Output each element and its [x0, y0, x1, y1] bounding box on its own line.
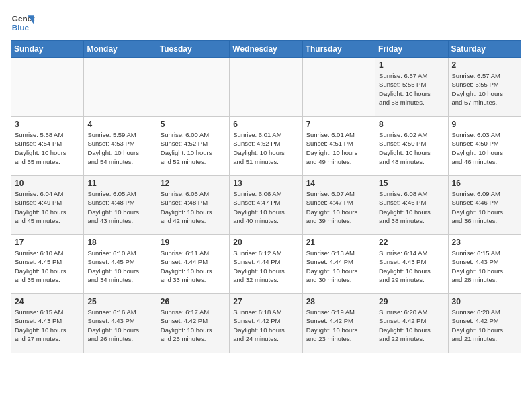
day-cell: 27Sunrise: 6:18 AM Sunset: 4:42 PM Dayli… [230, 294, 302, 353]
day-cell [157, 58, 229, 117]
day-number: 24 [15, 297, 80, 306]
day-info: Sunrise: 6:20 AM Sunset: 4:42 PM Dayligh… [379, 308, 444, 343]
week-row-4: 17Sunrise: 6:10 AM Sunset: 4:45 PM Dayli… [11, 235, 521, 294]
day-cell: 18Sunrise: 6:10 AM Sunset: 4:45 PM Dayli… [84, 235, 157, 294]
day-info: Sunrise: 6:10 AM Sunset: 4:45 PM Dayligh… [15, 248, 80, 284]
day-info: Sunrise: 6:18 AM Sunset: 4:42 PM Dayligh… [233, 308, 298, 343]
day-info: Sunrise: 6:02 AM Sunset: 4:50 PM Dayligh… [379, 130, 444, 166]
day-info: Sunrise: 6:05 AM Sunset: 4:48 PM Dayligh… [87, 189, 152, 225]
week-row-1: 1Sunrise: 6:57 AM Sunset: 5:55 PM Daylig… [11, 58, 521, 117]
day-cell: 3Sunrise: 5:58 AM Sunset: 4:54 PM Daylig… [11, 117, 84, 176]
day-cell: 17Sunrise: 6:10 AM Sunset: 4:45 PM Dayli… [11, 235, 84, 294]
day-cell: 24Sunrise: 6:15 AM Sunset: 4:43 PM Dayli… [11, 294, 84, 353]
day-info: Sunrise: 6:15 AM Sunset: 4:43 PM Dayligh… [452, 248, 517, 284]
day-cell [230, 58, 302, 117]
day-cell: 2Sunrise: 6:57 AM Sunset: 5:55 PM Daylig… [448, 58, 521, 117]
day-info: Sunrise: 6:06 AM Sunset: 4:47 PM Dayligh… [233, 189, 298, 225]
day-cell: 16Sunrise: 6:09 AM Sunset: 4:46 PM Dayli… [448, 176, 521, 235]
day-info: Sunrise: 6:13 AM Sunset: 4:44 PM Dayligh… [306, 248, 371, 284]
day-number: 10 [15, 179, 80, 188]
day-number: 30 [452, 297, 517, 306]
day-info: Sunrise: 6:04 AM Sunset: 4:49 PM Dayligh… [15, 189, 80, 225]
day-number: 23 [452, 238, 517, 247]
day-cell: 10Sunrise: 6:04 AM Sunset: 4:49 PM Dayli… [11, 176, 84, 235]
page-header: General Blue [11, 11, 521, 35]
day-number: 11 [87, 179, 152, 188]
day-cell [11, 58, 84, 117]
day-cell: 7Sunrise: 6:01 AM Sunset: 4:51 PM Daylig… [302, 117, 375, 176]
day-number: 6 [233, 120, 298, 129]
day-number: 29 [379, 297, 444, 306]
day-cell: 23Sunrise: 6:15 AM Sunset: 4:43 PM Dayli… [448, 235, 521, 294]
day-info: Sunrise: 5:58 AM Sunset: 4:54 PM Dayligh… [15, 130, 80, 166]
day-cell [302, 58, 375, 117]
day-info: Sunrise: 6:12 AM Sunset: 4:44 PM Dayligh… [233, 248, 298, 284]
weekday-header-thursday: Thursday [302, 41, 375, 58]
day-number: 2 [452, 60, 517, 70]
day-info: Sunrise: 6:15 AM Sunset: 4:43 PM Dayligh… [15, 308, 80, 343]
day-number: 9 [452, 120, 517, 129]
week-row-3: 10Sunrise: 6:04 AM Sunset: 4:49 PM Dayli… [11, 176, 521, 235]
day-info: Sunrise: 6:01 AM Sunset: 4:51 PM Dayligh… [306, 130, 371, 166]
day-number: 7 [306, 120, 371, 129]
day-cell: 26Sunrise: 6:17 AM Sunset: 4:42 PM Dayli… [157, 294, 229, 353]
week-row-2: 3Sunrise: 5:58 AM Sunset: 4:54 PM Daylig… [11, 117, 521, 176]
day-cell: 9Sunrise: 6:03 AM Sunset: 4:50 PM Daylig… [448, 117, 521, 176]
day-cell: 6Sunrise: 6:01 AM Sunset: 4:52 PM Daylig… [230, 117, 302, 176]
weekday-header-monday: Monday [84, 41, 157, 58]
day-number: 17 [15, 238, 80, 247]
day-cell: 15Sunrise: 6:08 AM Sunset: 4:46 PM Dayli… [375, 176, 448, 235]
weekday-header-friday: Friday [375, 41, 448, 58]
day-cell: 21Sunrise: 6:13 AM Sunset: 4:44 PM Dayli… [302, 235, 375, 294]
day-number: 28 [306, 297, 371, 306]
day-info: Sunrise: 6:05 AM Sunset: 4:48 PM Dayligh… [161, 189, 226, 225]
weekday-header-wednesday: Wednesday [230, 41, 302, 58]
day-cell: 25Sunrise: 6:16 AM Sunset: 4:43 PM Dayli… [84, 294, 157, 353]
day-number: 19 [161, 238, 226, 247]
day-number: 4 [87, 120, 152, 129]
day-cell [84, 58, 157, 117]
day-cell: 30Sunrise: 6:20 AM Sunset: 4:42 PM Dayli… [448, 294, 521, 353]
day-cell: 1Sunrise: 6:57 AM Sunset: 5:55 PM Daylig… [375, 58, 448, 117]
day-info: Sunrise: 6:17 AM Sunset: 4:42 PM Dayligh… [161, 308, 226, 343]
day-info: Sunrise: 6:57 AM Sunset: 5:55 PM Dayligh… [379, 71, 444, 107]
day-info: Sunrise: 6:16 AM Sunset: 4:43 PM Dayligh… [87, 308, 152, 343]
day-number: 20 [233, 238, 298, 247]
day-number: 13 [233, 179, 298, 188]
day-info: Sunrise: 6:00 AM Sunset: 4:52 PM Dayligh… [161, 130, 226, 166]
day-cell: 11Sunrise: 6:05 AM Sunset: 4:48 PM Dayli… [84, 176, 157, 235]
day-cell: 22Sunrise: 6:14 AM Sunset: 4:43 PM Dayli… [375, 235, 448, 294]
day-number: 8 [379, 120, 444, 129]
day-cell: 4Sunrise: 5:59 AM Sunset: 4:53 PM Daylig… [84, 117, 157, 176]
day-number: 3 [15, 120, 80, 129]
day-info: Sunrise: 6:19 AM Sunset: 4:42 PM Dayligh… [306, 308, 371, 343]
logo: General Blue [11, 11, 35, 35]
day-number: 25 [87, 297, 152, 306]
day-number: 1 [379, 60, 444, 70]
day-number: 5 [161, 120, 226, 129]
day-info: Sunrise: 6:03 AM Sunset: 4:50 PM Dayligh… [452, 130, 517, 166]
day-number: 15 [379, 179, 444, 188]
day-info: Sunrise: 6:01 AM Sunset: 4:52 PM Dayligh… [233, 130, 298, 166]
week-row-5: 24Sunrise: 6:15 AM Sunset: 4:43 PM Dayli… [11, 294, 521, 353]
day-info: Sunrise: 6:11 AM Sunset: 4:44 PM Dayligh… [161, 248, 226, 284]
day-cell: 28Sunrise: 6:19 AM Sunset: 4:42 PM Dayli… [302, 294, 375, 353]
day-number: 22 [379, 238, 444, 247]
day-info: Sunrise: 5:59 AM Sunset: 4:53 PM Dayligh… [87, 130, 152, 166]
weekday-header-row: SundayMondayTuesdayWednesdayThursdayFrid… [11, 41, 521, 58]
day-cell: 14Sunrise: 6:07 AM Sunset: 4:47 PM Dayli… [302, 176, 375, 235]
day-number: 16 [452, 179, 517, 188]
svg-text:Blue: Blue [12, 23, 30, 32]
calendar-table: SundayMondayTuesdayWednesdayThursdayFrid… [11, 40, 521, 353]
day-info: Sunrise: 6:07 AM Sunset: 4:47 PM Dayligh… [306, 189, 371, 225]
day-info: Sunrise: 6:57 AM Sunset: 5:55 PM Dayligh… [452, 71, 517, 107]
day-number: 12 [161, 179, 226, 188]
day-info: Sunrise: 6:14 AM Sunset: 4:43 PM Dayligh… [379, 248, 444, 284]
day-info: Sunrise: 6:09 AM Sunset: 4:46 PM Dayligh… [452, 189, 517, 225]
weekday-header-sunday: Sunday [11, 41, 84, 58]
day-cell: 20Sunrise: 6:12 AM Sunset: 4:44 PM Dayli… [230, 235, 302, 294]
day-info: Sunrise: 6:10 AM Sunset: 4:45 PM Dayligh… [87, 248, 152, 284]
day-number: 14 [306, 179, 371, 188]
weekday-header-tuesday: Tuesday [157, 41, 229, 58]
day-cell: 5Sunrise: 6:00 AM Sunset: 4:52 PM Daylig… [157, 117, 229, 176]
